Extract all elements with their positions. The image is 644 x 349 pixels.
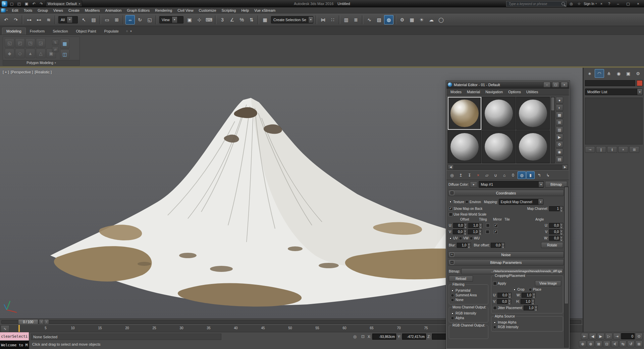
next-frame-button[interactable]: › [44,319,49,325]
select-and-scale-icon[interactable]: ◱ [145,15,154,24]
object-color-swatch[interactable] [637,80,643,86]
minimize-button[interactable]: – [543,82,550,88]
mapping-dropdown[interactable]: Explicit Map Channel [499,199,543,205]
render-in-cloud-icon[interactable]: ☁ [427,15,436,24]
go-to-start-button[interactable]: ⇤ [581,333,588,340]
material-map-navigator-icon[interactable]: ▤ [556,156,563,163]
scroll-right-icon[interactable]: ▶ [562,165,568,169]
ribbon-tab[interactable]: Object Paint [72,28,100,35]
toggle-scene-explorer-icon[interactable]: ▥ [341,15,351,24]
zoom-extents-icon[interactable]: ⊠ [595,341,602,347]
ribbon-tab[interactable]: Populate [100,28,122,35]
ribbon-tool-icon[interactable]: ◇ [15,49,25,58]
make-material-copy-icon[interactable]: ▱ [483,171,491,179]
tab-display-icon[interactable]: ▣ [624,69,633,78]
vw-radio[interactable]: VW [459,236,469,240]
v-mirror-checkbox[interactable] [486,230,489,234]
noise-rollout-header[interactable]: + Noise [448,251,564,258]
render-production-icon[interactable]: ☀ [417,15,426,24]
texture-radio[interactable]: Texture [449,200,464,204]
use-real-world-scale-checkbox[interactable]: Use Real-World Scale [449,213,486,216]
go-forward-sibling-icon[interactable]: ↳ [544,171,552,179]
material-id-channel-icon[interactable]: 0 [509,171,517,179]
filtering-option[interactable]: Pyramidal [451,289,486,292]
time-configuration-icon[interactable]: ⊙ [635,333,643,340]
crop-v-spinner[interactable]: 0,0 [497,299,511,304]
u-offset-spinner[interactable]: 0,0 [453,223,467,228]
remove-modifier-icon[interactable]: × [618,146,628,153]
exchange-apps-icon[interactable]: × [598,1,604,7]
tab-motion-icon[interactable]: ◉ [614,69,623,78]
get-material-icon[interactable]: ◎ [448,171,456,179]
curve-editor-icon[interactable]: ∿ [365,15,374,24]
maximize-button[interactable]: ▢ [624,1,632,7]
tab-modify-icon[interactable]: ◠ [595,69,604,78]
uv-radio[interactable]: UV [449,236,458,240]
put-to-library-icon[interactable]: ⌂ [500,171,508,179]
material-editor-titlebar[interactable]: Material Editor - 01 - Default –▢× [446,81,569,89]
rotate-button[interactable]: Rotate [541,242,563,248]
zoom-icon[interactable]: ⊕ [579,341,586,347]
percent-snap-icon[interactable]: % [237,15,247,24]
place-radio[interactable]: Place [529,288,541,291]
sample-type-icon[interactable]: ● [556,97,563,104]
sample-slot-6[interactable] [516,130,550,163]
listener-pink-line[interactable]: clearSelecti [0,332,29,341]
map-channel-spinner[interactable]: 1 [549,206,563,211]
map-name-dropdown[interactable]: Map #1 [479,181,544,188]
redo-icon[interactable]: ↷ [11,15,20,24]
make-preview-icon[interactable]: ▶ [556,134,563,140]
ribbon-toggle-icon[interactable]: ▦ [60,39,69,49]
material-editor-menu-item[interactable]: Navigation [483,90,505,94]
unlink-selection-icon[interactable]: ⊷ [34,15,44,24]
crop-h-spinner[interactable]: 1,0 [521,299,535,304]
put-material-to-scene-icon[interactable]: ↥ [457,171,465,179]
view-image-button[interactable]: View Image [535,280,561,286]
menu-item[interactable]: Edit [9,7,21,13]
mini-curve-editor-button[interactable]: ∿ [1,325,9,332]
apply-checkbox[interactable]: Apply [493,282,506,285]
close-button[interactable]: × [561,82,568,88]
crop-w-spinner[interactable]: 1,0 [522,293,536,298]
filtering-option[interactable]: Summed Area [451,293,486,297]
y-coordinate-field[interactable]: -472,417cm [402,334,426,340]
spinner-snap-icon[interactable]: ⇅ [247,15,256,24]
align-icon[interactable]: ∷ [328,15,337,24]
help-icon[interactable]: ? [606,1,612,7]
named-selection-sets-dropdown[interactable]: Create Selection Se [271,16,313,23]
jitter-checkbox[interactable] [493,306,497,310]
slot-scrollbar[interactable] [551,97,555,163]
mirror-icon[interactable]: ⋈ [318,15,328,24]
modifier-stack[interactable] [585,98,643,144]
viewport-general-menu[interactable]: [ + ] [3,70,9,74]
u-tiling-spinner[interactable]: 1,0 [468,223,482,228]
autodesk-a360-icon[interactable]: ◯ [436,15,446,24]
undo-icon[interactable]: ↶ [1,15,11,24]
tab-utilities-icon[interactable]: ⚙ [633,69,643,78]
sign-in-button[interactable]: Sign In [584,2,597,6]
show-map-on-back-checkbox[interactable]: Show Map on Back [449,207,482,211]
workspace-dropdown[interactable]: Workspace: Default [46,1,82,7]
tab-hierarchy-icon[interactable]: ⋔ [604,69,614,78]
material-editor-menu-item[interactable]: Material [464,90,483,94]
material-editor-menu-item[interactable]: Modes [448,90,464,94]
bind-to-space-warp-icon[interactable]: ≋ [44,15,53,24]
video-color-check-icon[interactable]: ▥ [556,126,563,133]
go-to-end-button[interactable]: ⇥ [613,333,621,340]
mono-channel-option[interactable]: Alpha [451,316,486,320]
maximize-button[interactable]: ▢ [552,82,559,88]
play-button[interactable]: ▶ [597,333,604,340]
menu-item[interactable]: Vue xStream [252,7,278,13]
ribbon-display-toggle-icon[interactable]: ○ [126,30,128,33]
menu-item[interactable]: Help [238,7,252,13]
communication-center-icon[interactable]: ◎ [568,1,574,7]
viewport-shading-menu[interactable]: [Realistic ] [35,70,52,74]
window-crossing-icon[interactable]: ⊞ [112,15,121,24]
isolate-selection-icon[interactable]: ◎ [352,334,358,340]
menu-item[interactable]: Graph Editors [124,7,152,13]
sample-slot-2[interactable] [482,97,516,130]
x-coordinate-field[interactable]: -93,863cm [372,334,396,340]
zoom-region-icon[interactable]: ⊡ [603,341,610,347]
select-by-name-icon[interactable]: ▤ [89,15,98,24]
bitmap-parameters-header[interactable]: - Bitmap Parameters [448,259,564,266]
